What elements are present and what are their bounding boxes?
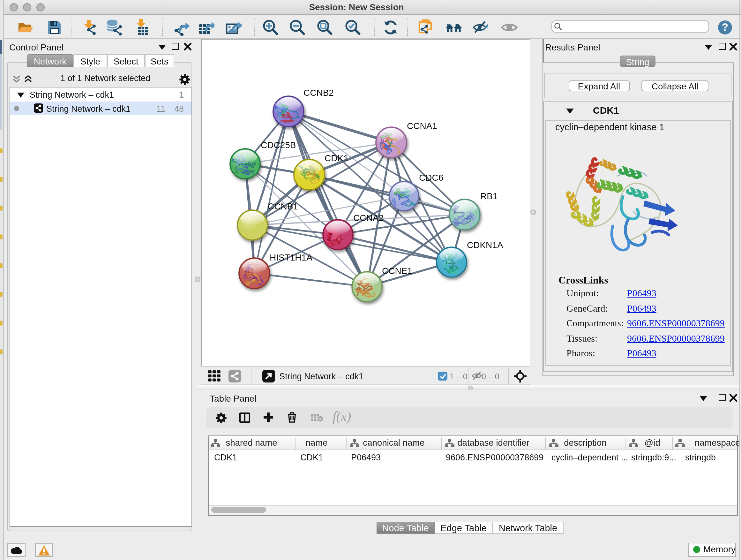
- svg-text:HIST1H1A: HIST1H1A: [269, 253, 312, 262]
- svg-text:CDC25B: CDC25B: [260, 140, 295, 150]
- svg-text:CCNA2: CCNA2: [353, 213, 383, 223]
- svg-text:CDC6: CDC6: [419, 173, 443, 183]
- svg-text:RB1: RB1: [480, 191, 497, 201]
- svg-text:CDKN1A: CDKN1A: [467, 240, 503, 250]
- svg-text:CCNB2: CCNB2: [303, 88, 333, 98]
- svg-text:CCNE1: CCNE1: [382, 266, 412, 276]
- svg-text:CCNB1: CCNB1: [267, 201, 298, 211]
- svg-text:CDK1: CDK1: [324, 153, 348, 163]
- svg-text:CCNA1: CCNA1: [407, 121, 437, 131]
